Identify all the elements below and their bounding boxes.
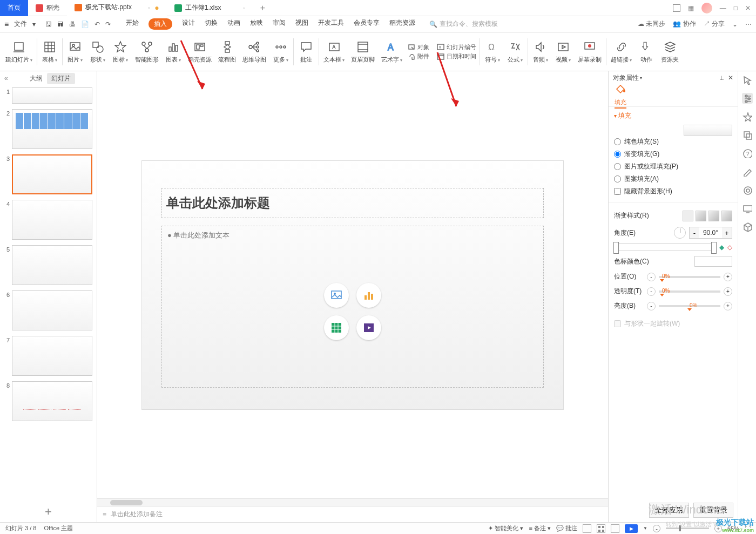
section-title[interactable]: 填充 (614, 111, 732, 120)
fill-tab[interactable]: 填充 (613, 82, 628, 109)
view-reading-icon[interactable] (611, 524, 619, 533)
notes-toggle[interactable]: ≡ 备注 ▾ (529, 524, 551, 532)
slideshow-button[interactable]: ▶ (625, 524, 638, 533)
tab-add[interactable]: + (253, 0, 273, 16)
rb-picture[interactable]: 图片 (64, 35, 86, 69)
menu-devtools[interactable]: 开发工具 (318, 18, 344, 30)
fill-preset-combo[interactable] (684, 125, 732, 136)
rb-smartart[interactable]: 智能图形 (132, 35, 162, 69)
menu-view[interactable]: 视图 (295, 18, 308, 30)
canvas-scroll[interactable]: 单击此处添加标题 ● 单击此处添加文本 (97, 71, 608, 498)
save-icon[interactable]: 🖫 (45, 21, 52, 28)
rb-action[interactable]: 动作 (635, 35, 658, 69)
check-rotate[interactable]: 与形状一起旋转(W) (614, 317, 732, 330)
undo-icon[interactable]: ↶ (94, 21, 100, 28)
close-button[interactable]: ✕ (745, 4, 751, 12)
more-icon[interactable]: ⋯ (745, 21, 752, 28)
reset-bg-button[interactable]: 重置背景 (693, 503, 733, 518)
notes-bar[interactable]: ≡ 单击此处添加备注 (97, 506, 608, 522)
thumb-7[interactable]: 7 (4, 336, 92, 376)
horizontal-scrollbar[interactable] (97, 498, 608, 506)
menu-member[interactable]: 会员专享 (354, 18, 380, 30)
avatar[interactable] (701, 3, 712, 13)
rb-icon[interactable]: 图标 (109, 35, 132, 69)
angle-dial[interactable] (674, 227, 686, 239)
rb-video[interactable]: 视频 (552, 35, 575, 69)
rb-table[interactable]: 表格 (38, 35, 61, 69)
rb-wordart[interactable]: A艺术字 (378, 35, 406, 69)
tab-file-pptx[interactable]: 极光下载站.pptx▫● (67, 0, 167, 16)
ri-layers[interactable] (742, 130, 753, 140)
menu-start[interactable]: 开始 (126, 18, 139, 30)
rb-object[interactable]: 对象 (408, 43, 429, 51)
hamburger-icon[interactable]: ≡ (4, 20, 9, 29)
comments-toggle[interactable]: 💬 批注 (556, 524, 577, 532)
radio-pattern[interactable]: 图案填充(A) (614, 173, 732, 185)
rb-more[interactable]: 更多 (269, 35, 292, 69)
rb-attachment[interactable]: 附件 (408, 52, 429, 60)
pin-icon[interactable]: ⟂ (720, 74, 724, 82)
print-icon[interactable]: 🖶 (69, 21, 76, 28)
stop-color-combo[interactable] (694, 256, 732, 267)
remove-stop-icon[interactable]: ◇ (727, 244, 732, 251)
brightness-row[interactable]: 亮度(B)-0%+ (614, 299, 732, 313)
thumb-8[interactable]: 8 (4, 381, 92, 421)
insert-table-icon[interactable] (324, 315, 349, 340)
thumb-1[interactable]: 1 (4, 87, 92, 104)
add-stop-icon[interactable]: ◆ (719, 244, 724, 251)
smart-beautify[interactable]: ✦ 智能美化 ▾ (488, 524, 523, 532)
ri-edit[interactable] (742, 166, 753, 177)
title-placeholder[interactable]: 单击此处添加标题 (161, 188, 544, 218)
file-menu-dropdown[interactable]: ▾ (32, 21, 36, 28)
preview-icon[interactable]: 📄 (81, 21, 89, 28)
rb-textbox[interactable]: A文本框 (320, 35, 348, 69)
search-box[interactable]: 🔍 查找命令、搜索模板 (429, 19, 498, 29)
file-menu[interactable]: 文件 (14, 19, 27, 29)
rb-slide-number[interactable]: #幻灯片编号 (437, 43, 476, 51)
rb-headerfooter[interactable]: 页眉页脚 (348, 35, 378, 69)
position-row[interactable]: 位置(O)-0%+ (614, 269, 732, 284)
gradient-style-swatches[interactable] (683, 211, 732, 221)
apps-icon[interactable]: ▦ (688, 4, 694, 12)
rb-resources[interactable]: 资源夹 (658, 35, 682, 69)
ri-select[interactable] (742, 75, 753, 85)
thumb-6[interactable]: 6 (4, 290, 92, 330)
close-panel-icon[interactable]: ✕ (728, 74, 733, 82)
rb-datetime[interactable]: 日期和时间 (437, 52, 476, 60)
thumb-3[interactable]: 3 (4, 154, 92, 194)
slideshow-dropdown[interactable]: ▼ (643, 526, 647, 531)
menu-design[interactable]: 设计 (182, 18, 195, 30)
menu-slideshow[interactable]: 放映 (250, 18, 263, 30)
minimize-button[interactable]: — (720, 4, 726, 12)
ri-cube[interactable] (742, 221, 753, 232)
ri-screen[interactable] (742, 203, 753, 214)
thumb-5[interactable]: 5 (4, 245, 92, 285)
thumb-4[interactable]: 4 (4, 200, 92, 240)
share-button[interactable]: ↗ 分享 (704, 19, 725, 29)
rb-shape[interactable]: 形状 (86, 35, 109, 69)
gradient-bar[interactable] (614, 244, 716, 251)
insert-video-icon[interactable] (356, 315, 381, 340)
sync-status[interactable]: ☁ 未同步 (638, 19, 665, 29)
add-slide-button[interactable]: + (0, 502, 97, 522)
rb-chart[interactable]: 图表 (162, 35, 185, 69)
maximize-button[interactable]: □ (734, 4, 738, 12)
menu-transition[interactable]: 切换 (205, 18, 218, 30)
rb-mindmap[interactable]: 思维导图 (239, 35, 269, 69)
tab-home[interactable]: 首页 (0, 0, 28, 16)
rb-equation[interactable]: 公式 (504, 35, 526, 69)
view-sorter-icon[interactable] (597, 524, 605, 533)
collab-button[interactable]: 👥 协作 (673, 19, 696, 29)
redo-icon[interactable]: ↷ (105, 21, 111, 28)
tab-docke[interactable]: 稻壳 (28, 0, 67, 16)
menu-review[interactable]: 审阅 (273, 18, 286, 30)
rb-flowchart[interactable]: 流程图 (215, 35, 239, 69)
zoom-out[interactable]: - (653, 525, 660, 532)
rb-comment[interactable]: 批注 (295, 35, 318, 69)
ri-properties[interactable] (742, 93, 753, 104)
radio-picture[interactable]: 图片或纹理填充(P) (614, 160, 732, 173)
menu-animation[interactable]: 动画 (227, 18, 240, 30)
thumbs-tab-slides[interactable]: 幻灯片 (47, 73, 75, 84)
transparency-row[interactable]: 透明度(T)-0%+ (614, 284, 732, 299)
ri-help[interactable]: ? (742, 148, 753, 159)
